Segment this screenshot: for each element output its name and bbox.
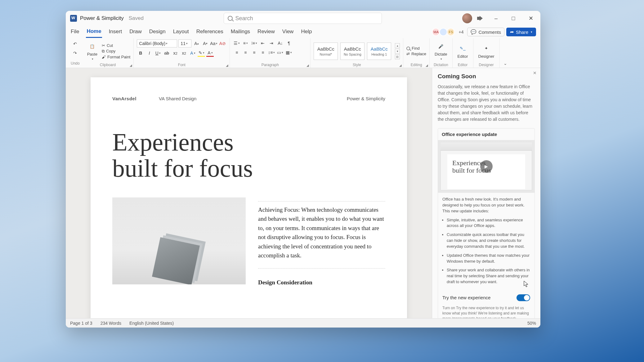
paste-button[interactable]: 📋 Paste ▾ (85, 41, 99, 61)
style-heading1[interactable]: AaBbCcHeading 1 (367, 43, 391, 60)
paragraph-group: ☰▾ ≡▾ ⁝≡▾ ⇤ ⇥ A↓ ¶ ≡ ≡ ≡ ≡ ↕≡▾ ▭▾ ▦▾ (230, 38, 311, 68)
tab-view[interactable]: View (282, 27, 294, 37)
search-input[interactable]: Search (224, 13, 382, 24)
collaborator-avatar[interactable]: MA (432, 28, 440, 36)
redo-button[interactable]: ↷ (71, 49, 79, 57)
collaborator-count[interactable]: +4 (458, 29, 463, 34)
status-language[interactable]: English (United States) (129, 321, 174, 326)
show-marks-button[interactable]: ¶ (285, 39, 293, 47)
card-thumbnail[interactable]: Experiencesbuilt for focus ▶ (438, 140, 534, 193)
increase-indent-button[interactable]: ⇥ (268, 39, 275, 47)
main-area: VanArsdel VA Shared Design Power & Simpl… (66, 68, 540, 318)
editor-button[interactable]: ✎⎯Editor (456, 43, 470, 59)
align-left-button[interactable]: ≡ (233, 49, 240, 56)
shading-button[interactable]: ▭▾ (276, 49, 284, 56)
replace-button[interactable]: ⇄Replace (406, 52, 426, 56)
copy-button[interactable]: ⧉Copy (102, 49, 130, 54)
grow-font-button[interactable]: A▴ (193, 40, 200, 47)
designer-button[interactable]: ✦Designer (476, 43, 496, 59)
bold-button[interactable]: B (137, 49, 144, 57)
status-zoom[interactable]: 50% (527, 321, 536, 326)
styles-scroll[interactable]: ▴▾⊟ (395, 43, 400, 59)
dialog-launcher-icon[interactable]: ◢ (306, 64, 309, 67)
card-footer: Turn on Try the new experience to try it… (438, 304, 534, 318)
align-center-button[interactable]: ≡ (242, 49, 249, 56)
font-group: Calibri (Body)▾ 11▾ A▴ A▾ Aa▾ A⊘ B I U▾ … (134, 38, 230, 68)
tab-draw[interactable]: Draw (129, 27, 142, 37)
undo-group: ↶ ↷ Undo (68, 38, 82, 68)
underline-button[interactable]: U▾ (154, 49, 162, 57)
collapse-ribbon-button[interactable]: ⌄ (503, 61, 507, 66)
tab-insert[interactable]: Insert (108, 27, 123, 37)
cut-button[interactable]: ✂Cut (102, 43, 130, 48)
document-canvas[interactable]: VanArsdel VA Shared Design Power & Simpl… (66, 68, 432, 318)
undo-button[interactable]: ↶ (71, 40, 79, 48)
highlight-button[interactable]: ✎▾ (198, 49, 205, 57)
line-spacing-button[interactable]: ↕≡▾ (268, 49, 275, 56)
dialog-launcher-icon[interactable]: ◢ (399, 64, 402, 67)
status-words[interactable]: 234 Words (101, 321, 121, 326)
tab-help[interactable]: Help (300, 27, 312, 37)
decrease-indent-button[interactable]: ⇤ (259, 39, 266, 47)
document-page: VanArsdel VA Shared Design Power & Simpl… (91, 77, 407, 318)
collaborator-avatar[interactable]: FS (447, 28, 455, 36)
borders-button[interactable]: ▦▾ (285, 49, 293, 56)
subscript-button[interactable]: x2 (172, 49, 179, 57)
strikethrough-button[interactable]: ab (163, 49, 170, 57)
tab-file[interactable]: File (70, 27, 80, 37)
card-title: Office experience update (438, 129, 534, 140)
shrink-font-button[interactable]: A▾ (201, 40, 209, 47)
multilevel-list-button[interactable]: ⁝≡▾ (250, 39, 258, 47)
app-window: Power & Simplicity Saved Search – □ ✕ Fi… (66, 11, 540, 328)
list-item: Share your work and collaborate with oth… (447, 267, 530, 285)
style-nospacing[interactable]: AaBbCcNo Spacing (340, 43, 364, 60)
clipboard-group: 📋 Paste ▾ ✂Cut ⧉Copy 🖌Format Paint Clipb… (82, 38, 134, 68)
italic-button[interactable]: I (145, 49, 153, 57)
sort-button[interactable]: A↓ (276, 39, 284, 47)
dialog-launcher-icon[interactable]: ◢ (426, 64, 428, 67)
share-button[interactable]: ➦ Share ▾ (506, 28, 536, 36)
card-intro: Office has a fresh new look. It's modern… (442, 197, 530, 214)
change-case-button[interactable]: Aa▾ (210, 40, 217, 47)
numbering-button[interactable]: ≡▾ (242, 39, 249, 47)
tab-references[interactable]: References (196, 27, 224, 37)
collab-area: MA FS +4 💬 Comments ➦ Share ▾ (434, 28, 536, 36)
superscript-button[interactable]: x2 (180, 49, 188, 57)
align-right-button[interactable]: ≡ (250, 49, 258, 56)
bullets-button[interactable]: ☰▾ (233, 39, 240, 47)
maximize-button[interactable]: □ (506, 12, 521, 25)
dialog-launcher-icon[interactable]: ◢ (226, 64, 228, 67)
replace-icon: ⇄ (406, 52, 410, 56)
tab-review[interactable]: Review (257, 27, 275, 37)
font-color-button[interactable]: A▾ (206, 49, 214, 57)
try-toggle[interactable] (517, 294, 530, 301)
style-normal[interactable]: AaBbCcNormal* (314, 43, 338, 60)
copy-icon: ⧉ (102, 49, 105, 54)
close-button[interactable]: ✕ (524, 12, 538, 25)
minimize-button[interactable]: – (489, 12, 503, 25)
tab-design[interactable]: Design (149, 27, 166, 37)
font-size-select[interactable]: 11▾ (178, 39, 191, 48)
tab-mailings[interactable]: Mailings (230, 27, 251, 37)
font-family-select[interactable]: Calibri (Body)▾ (137, 39, 177, 48)
designer-icon: ✦ (482, 44, 491, 53)
comments-button[interactable]: 💬 Comments (467, 28, 504, 36)
status-bar: Page 1 of 3 234 Words English (United St… (66, 318, 540, 328)
user-avatar[interactable] (462, 13, 472, 23)
dialog-launcher-icon[interactable]: ◢ (130, 64, 132, 67)
text-effects-button[interactable]: A▾ (189, 49, 196, 57)
status-page[interactable]: Page 1 of 3 (70, 321, 92, 326)
doc-subheading: Design Consideration (258, 278, 385, 287)
format-painter-button[interactable]: 🖌Format Paint (102, 55, 130, 59)
tab-home[interactable]: Home (86, 26, 102, 38)
megaphone-icon[interactable] (477, 16, 483, 21)
microphone-icon: 🎤 (436, 42, 445, 51)
find-button[interactable]: Find (406, 46, 426, 51)
justify-button[interactable]: ≡ (259, 49, 266, 56)
dictate-button[interactable]: 🎤Dictate▾ (433, 41, 449, 61)
tab-layout[interactable]: Layout (172, 27, 190, 37)
clear-formatting-button[interactable]: A⊘ (219, 40, 226, 47)
collaborator-avatar[interactable] (439, 28, 447, 36)
doc-subbrand: VA Shared Design (159, 96, 196, 101)
close-pane-button[interactable]: ✕ (533, 70, 537, 75)
